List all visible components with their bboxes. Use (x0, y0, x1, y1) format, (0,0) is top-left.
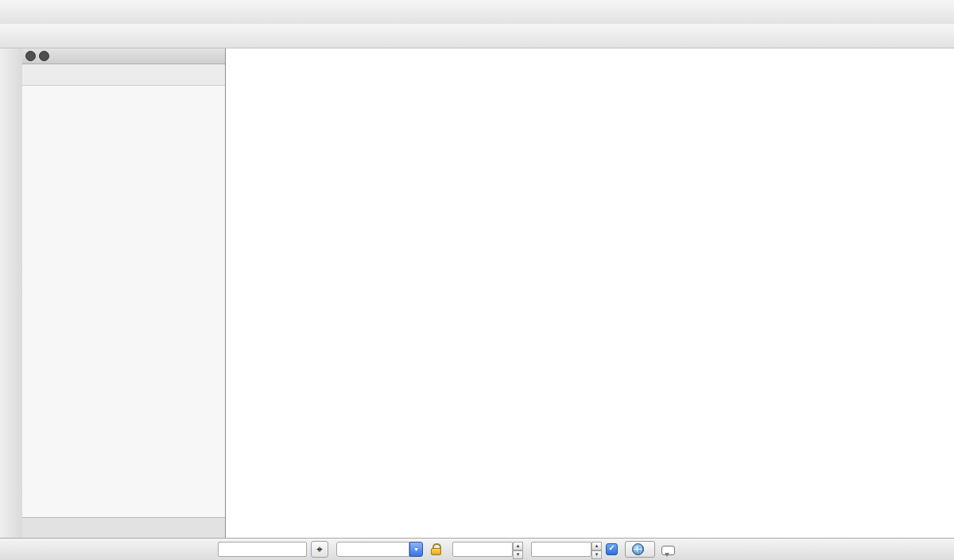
panel-tabs (22, 517, 225, 539)
layers-panel-toolbar (22, 64, 225, 86)
rotation-spin: ▲▼ (531, 542, 602, 557)
main-toolbar-row1 (0, 0, 954, 25)
status-bar: ⌖ ▼ ▲▼ ▲▼ (0, 538, 954, 560)
layers-panel (22, 48, 226, 539)
coordinate-input[interactable] (218, 542, 307, 557)
globe-icon (632, 543, 644, 555)
magnifier-input[interactable] (452, 542, 513, 557)
message-bubble-icon (661, 546, 675, 555)
mouse-position-toggle-button[interactable]: ⌖ (311, 541, 328, 558)
panel-float-button[interactable] (39, 51, 49, 61)
magnifier-spin: ▲▼ (452, 542, 523, 557)
rotation-stepper[interactable]: ▲▼ (591, 542, 602, 557)
scale-combo: ▼ (336, 542, 423, 557)
layer-list (22, 86, 225, 517)
scale-input[interactable] (336, 542, 409, 557)
messages-button[interactable] (659, 541, 677, 558)
main-toolbar-row2 (0, 24, 954, 48)
crosshair-icon: ⌖ (316, 543, 322, 556)
lock-icon (431, 543, 441, 555)
magnifier-stepper[interactable]: ▲▼ (513, 542, 523, 557)
rotation-input[interactable] (531, 542, 591, 557)
layers-panel-header (22, 48, 225, 64)
scale-lock-button[interactable] (427, 541, 444, 558)
panel-close-button[interactable] (25, 51, 36, 61)
manage-layers-toolbar (0, 48, 23, 539)
crs-status-button[interactable] (625, 541, 655, 558)
map-canvas[interactable] (225, 48, 954, 539)
scale-dropdown-button[interactable]: ▼ (409, 542, 423, 557)
render-checkbox[interactable] (606, 543, 618, 555)
